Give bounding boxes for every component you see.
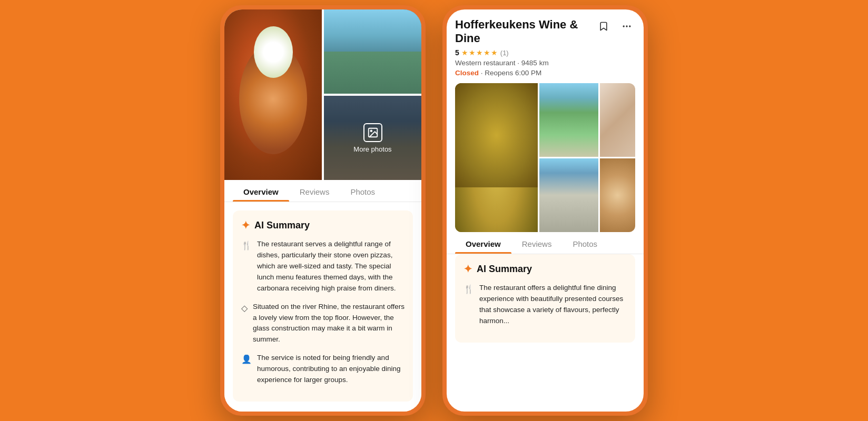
- summary-text-service: The service is noted for being friendly …: [257, 353, 405, 386]
- right-screen: Hofferkeukens Wine & Dine 5 ★★★★★ (1) We…: [447, 9, 644, 412]
- garden-photo: [539, 83, 598, 157]
- svg-point-4: [629, 25, 630, 27]
- summary-item-service: 👤 The service is noted for being friendl…: [241, 353, 405, 386]
- right-summary-text: The restaurant offers a delightful fine …: [479, 283, 627, 327]
- round-food-photo: [600, 158, 635, 232]
- status-row: Closed · Reopens 6:00 PM: [455, 69, 591, 77]
- svg-point-3: [626, 25, 627, 27]
- right-tab-overview[interactable]: Overview: [455, 232, 511, 254]
- right-phone: Hofferkeukens Wine & Dine 5 ★★★★★ (1) We…: [442, 5, 648, 416]
- building-photo: [539, 158, 598, 232]
- tab-reviews[interactable]: Reviews: [289, 180, 340, 202]
- stars: ★★★★★: [461, 48, 498, 57]
- tab-photos[interactable]: Photos: [340, 180, 386, 202]
- summary-item-location: ◇ Situated on the river Rhine, the resta…: [241, 302, 405, 346]
- summary-item-food: 🍴 The restaurant serves a delightful ran…: [241, 239, 405, 294]
- right-tab-photos[interactable]: Photos: [562, 232, 608, 254]
- fork-knife-icon: 🍴: [241, 239, 252, 294]
- photo-grid: More photos: [224, 9, 421, 180]
- food-photo-main: [455, 83, 538, 232]
- right-sparkle-icon: ✦: [463, 263, 472, 275]
- summary-text-food: The restaurant serves a delightful range…: [257, 239, 405, 294]
- diamond-icon: ◇: [241, 302, 248, 346]
- svg-point-2: [623, 25, 625, 27]
- right-fork-knife-icon: 🍴: [463, 283, 474, 327]
- reopen-time: Reopens 6:00 PM: [485, 69, 541, 77]
- bowl-photo: [600, 83, 635, 157]
- interior-photo: [324, 9, 421, 94]
- review-count: (1): [500, 49, 509, 57]
- person-icon: 👤: [241, 353, 252, 386]
- left-phone: More photos Overview Reviews Photos ✦ AI…: [220, 5, 426, 416]
- svg-point-1: [370, 130, 372, 132]
- ai-summary-title: ✦ AI Summary: [241, 219, 405, 232]
- rating-row: 5 ★★★★★ (1): [455, 48, 591, 57]
- tab-overview[interactable]: Overview: [233, 180, 289, 202]
- more-options-button[interactable]: [618, 18, 635, 35]
- right-ai-summary-box: ✦ AI Summary 🍴 The restaurant offers a d…: [455, 254, 635, 343]
- ai-summary-box: ✦ AI Summary 🍴 The restaurant serves a d…: [233, 210, 413, 402]
- right-tab-reviews[interactable]: Reviews: [511, 232, 563, 254]
- right-summary-item: 🍴 The restaurant offers a delightful fin…: [463, 283, 627, 327]
- header-icons: [595, 18, 635, 35]
- left-screen: More photos Overview Reviews Photos ✦ AI…: [224, 9, 421, 412]
- more-photos-button[interactable]: More photos: [324, 96, 421, 180]
- image-icon: [363, 123, 382, 142]
- rating-number: 5: [455, 48, 459, 57]
- summary-text-location: Situated on the river Rhine, the restaur…: [253, 302, 405, 346]
- right-content: ✦ AI Summary 🍴 The restaurant offers a d…: [447, 254, 644, 412]
- right-tabs-row: Overview Reviews Photos: [447, 232, 644, 254]
- meta-row: Western restaurant · 9485 km: [455, 59, 591, 67]
- right-photo-grid: [455, 83, 635, 232]
- right-ai-summary-title: ✦ AI Summary: [463, 263, 627, 275]
- tabs-row: Overview Reviews Photos: [224, 180, 421, 202]
- tags-row: # Lunch specials # Pasta # Pizza # River…: [233, 410, 413, 412]
- distance: 9485 km: [521, 59, 549, 67]
- sparkle-icon: ✦: [241, 219, 250, 232]
- content-area: ✦ AI Summary 🍴 The restaurant serves a d…: [224, 202, 421, 412]
- closed-badge: Closed: [455, 69, 479, 77]
- category: Western restaurant: [455, 59, 516, 67]
- restaurant-header: Hofferkeukens Wine & Dine 5 ★★★★★ (1) We…: [447, 9, 644, 83]
- pizza-photo: [224, 9, 322, 180]
- more-photos-label: More photos: [353, 145, 391, 153]
- restaurant-name: Hofferkeukens Wine & Dine: [455, 18, 591, 45]
- bookmark-button[interactable]: [595, 18, 612, 35]
